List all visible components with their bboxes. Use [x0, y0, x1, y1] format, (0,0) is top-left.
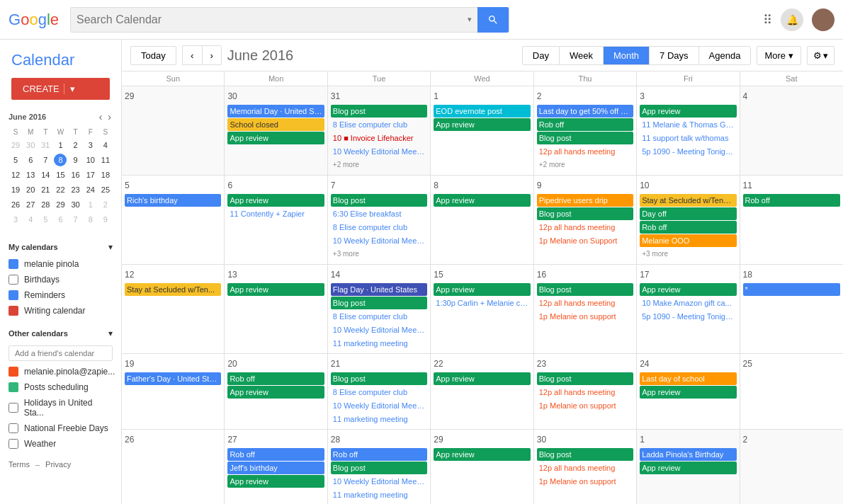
calendar-event[interactable]: 10 Weekly Editorial Meeti...: [331, 323, 427, 336]
add-friend-input[interactable]: [9, 345, 113, 361]
calendar-event[interactable]: App review: [640, 386, 736, 399]
calendar-cell[interactable]: 22App review: [431, 354, 533, 429]
calendar-event[interactable]: 12p all hands meeting: [537, 462, 633, 474]
mini-cal-day[interactable]: 8: [84, 213, 97, 226]
mini-cal-day[interactable]: 3: [84, 139, 97, 151]
calendar-event[interactable]: App review: [227, 132, 324, 144]
calendar-event[interactable]: Blog post: [537, 448, 633, 461]
calendar-cell[interactable]: 30Memorial Day · United Sta...School clo…: [225, 86, 327, 175]
calendar-event[interactable]: +3 more: [640, 248, 736, 260]
mini-cal-day[interactable]: 29: [9, 139, 22, 151]
calendar-event[interactable]: Rob off: [227, 448, 324, 461]
mini-cal-day[interactable]: 29: [54, 198, 67, 211]
calendar-event[interactable]: 11 Contently + Zapier: [227, 207, 324, 220]
create-button[interactable]: CREATE ▾: [11, 78, 110, 100]
mini-cal-day[interactable]: 19: [9, 183, 22, 196]
calendar-cell[interactable]: 4: [740, 86, 843, 175]
mini-cal-day[interactable]: 1: [84, 198, 97, 211]
calendar-event[interactable]: Day off: [640, 207, 736, 220]
mini-cal-day[interactable]: 4: [24, 213, 37, 226]
calendar-event[interactable]: 1p Melanie on support: [537, 475, 633, 488]
calendar-cell[interactable]: 5Rich's birthday: [122, 176, 225, 264]
calendar-event[interactable]: App review: [434, 372, 530, 385]
privacy-link[interactable]: Privacy: [45, 460, 71, 469]
calendar-event[interactable]: Pipedrive users drip: [537, 194, 633, 207]
calendar-event[interactable]: 1:30p Carlin + Melanie ch...: [434, 297, 530, 309]
mini-cal-day[interactable]: 11: [99, 154, 112, 166]
calendar-event[interactable]: Blog post: [537, 372, 633, 385]
calendar-event[interactable]: 11 marketing meeting: [331, 337, 427, 350]
calendar-cell[interactable]: 26: [122, 430, 225, 504]
avatar[interactable]: [812, 8, 834, 31]
calendar-cell[interactable]: 31Blog post8 Elise computer club10 ■ Inv…: [328, 86, 431, 175]
sidebar-item[interactable]: Reminders: [0, 287, 121, 303]
calendar-event[interactable]: 10 Weekly Editorial Meeti...: [331, 475, 427, 488]
mini-cal-day[interactable]: 18: [99, 168, 112, 181]
calendar-event[interactable]: 11 marketing meeting: [331, 488, 427, 501]
mini-cal-day[interactable]: 1: [54, 139, 67, 151]
calendar-cell[interactable]: 14Flag Day · United StatesBlog post8 Eli…: [328, 265, 431, 353]
view-btn-agenda[interactable]: Agenda: [699, 47, 751, 64]
calendar-event[interactable]: 11 marketing meeting: [331, 413, 427, 425]
mini-cal-day[interactable]: 27: [24, 198, 37, 211]
calendar-cell[interactable]: 1Ladda Pinola's BirthdayApp review: [637, 430, 740, 504]
calendar-event[interactable]: 5p 1090 - Meeting Tonigh...: [640, 145, 736, 158]
mini-cal-day[interactable]: 31: [39, 139, 52, 151]
calendar-cell[interactable]: 27Rob offJeff's birthdayApp review: [225, 430, 327, 504]
mini-cal-day[interactable]: 26: [9, 198, 22, 211]
calendar-cell[interactable]: 13App review: [225, 265, 327, 353]
calendar-event[interactable]: App review: [227, 386, 324, 399]
calendar-event[interactable]: 11 support talk w/thomas: [640, 132, 736, 144]
calendar-event[interactable]: 5p 1090 - Meeting Tonigh...: [640, 310, 736, 323]
calendar-cell[interactable]: 17App review10 Make Amazon gift ca...5p …: [637, 265, 740, 353]
sidebar-other-item[interactable]: Weather: [0, 436, 121, 452]
mini-cal-day[interactable]: 23: [69, 183, 82, 196]
calendar-event[interactable]: +3 more: [331, 248, 427, 260]
mini-cal-day[interactable]: 4: [99, 139, 112, 151]
calendar-event[interactable]: EOD evernote post: [434, 105, 530, 118]
calendar-cell[interactable]: 6App review11 Contently + Zapier: [225, 176, 327, 264]
search-input[interactable]: [71, 13, 462, 26]
sidebar-item[interactable]: melanie pinola: [0, 256, 121, 272]
calendar-event[interactable]: Jeff's birthday: [227, 462, 324, 474]
mini-cal-day[interactable]: 5: [9, 154, 22, 166]
view-btn-week[interactable]: Week: [560, 47, 604, 64]
calendar-event[interactable]: App review: [434, 194, 530, 207]
calendar-event[interactable]: Rob off: [331, 448, 427, 461]
calendar-cell[interactable]: 30Blog post12p all hands meeting1p Melan…: [534, 430, 637, 504]
mini-cal-day[interactable]: 7: [39, 154, 52, 166]
calendar-event[interactable]: App review: [434, 118, 530, 131]
calendar-cell[interactable]: 24Last day of schoolApp review: [637, 354, 740, 429]
mini-cal-day[interactable]: 6: [24, 154, 37, 166]
calendar-event[interactable]: 10 Make Amazon gift ca...: [640, 297, 736, 309]
mini-cal-day[interactable]: 14: [39, 168, 52, 181]
my-calendars-header[interactable]: My calendars ▾: [0, 238, 121, 256]
mini-cal-day[interactable]: 7: [69, 213, 82, 226]
calendar-event[interactable]: Rob off: [743, 194, 840, 207]
settings-button[interactable]: ⚙ ▾: [807, 46, 834, 65]
sidebar-item[interactable]: Writing calendar: [0, 303, 121, 319]
calendar-event[interactable]: 1p Melanie on support: [537, 399, 633, 412]
mini-cal-day[interactable]: 2: [99, 198, 112, 211]
calendar-cell[interactable]: 29App review: [431, 430, 533, 504]
sidebar-item[interactable]: Birthdays: [0, 272, 121, 287]
calendar-event[interactable]: 1p Melanie on Support: [537, 234, 633, 247]
prev-button[interactable]: ‹: [182, 45, 202, 65]
calendar-event[interactable]: 8 Elise computer club: [331, 386, 427, 399]
mini-cal-day[interactable]: 8: [54, 154, 67, 166]
calendar-event[interactable]: Rob off: [640, 221, 736, 234]
terms-link[interactable]: Terms: [9, 460, 30, 469]
calendar-cell[interactable]: 25: [740, 354, 843, 429]
search-button[interactable]: [477, 7, 509, 33]
calendar-event[interactable]: Blog post: [331, 462, 427, 474]
calendar-event[interactable]: 12p all hands meeting: [537, 145, 633, 158]
mini-cal-day[interactable]: 22: [54, 183, 67, 196]
mini-cal-day[interactable]: 6: [54, 213, 67, 226]
calendar-event[interactable]: App review: [640, 462, 736, 474]
calendar-event[interactable]: App review: [640, 105, 736, 118]
mini-cal-day[interactable]: 13: [24, 168, 37, 181]
calendar-cell[interactable]: 2: [740, 430, 843, 504]
calendar-checkbox[interactable]: [9, 275, 18, 285]
calendar-cell[interactable]: 9Pipedrive users dripBlog post12p all ha…: [534, 176, 637, 264]
calendar-event[interactable]: 11 Melanie & Thomas Go...: [640, 118, 736, 131]
